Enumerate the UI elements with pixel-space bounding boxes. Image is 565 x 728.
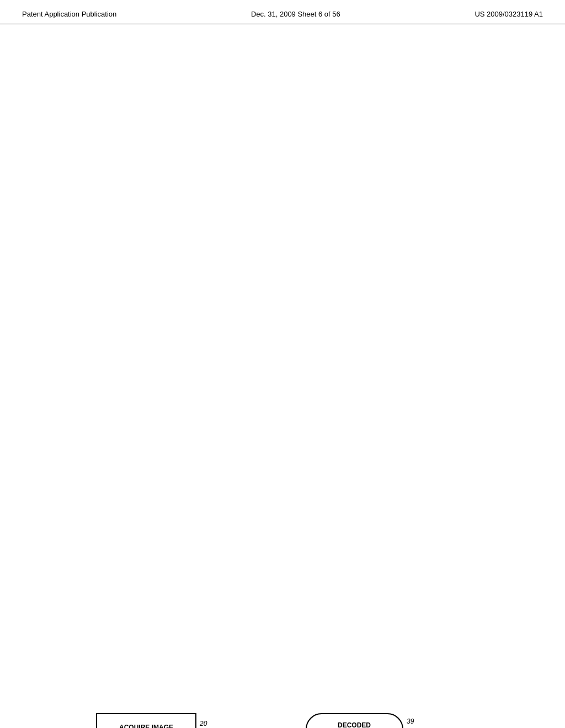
svg-text:ACQUIRE IMAGE: ACQUIRE IMAGE — [119, 724, 173, 728]
svg-text:DECODED: DECODED — [338, 721, 371, 728]
svg-text:39: 39 — [407, 718, 414, 725]
page-header: Patent Application Publication Dec. 31, … — [0, 0, 565, 24]
diagram-container — [0, 30, 565, 681]
flowchart-svg: ACQUIRE IMAGE & SET THRESHOLD 20 IMAGE &… — [0, 681, 565, 728]
svg-text:20: 20 — [199, 720, 207, 727]
header-left: Patent Application Publication — [22, 10, 116, 18]
header-middle: Dec. 31, 2009 Sheet 6 of 56 — [251, 10, 340, 18]
header-right: US 2009/0323119 A1 — [475, 10, 543, 18]
